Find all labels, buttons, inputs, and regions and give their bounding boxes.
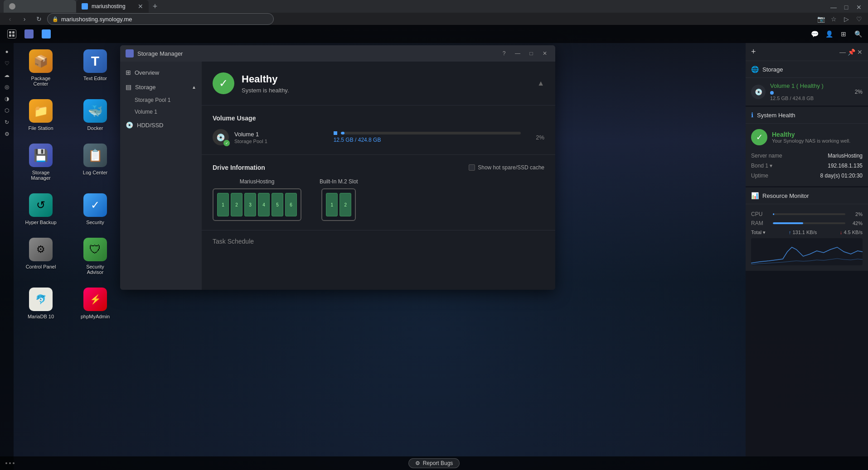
sidebar-apps-icon[interactable]: ● — [2, 47, 12, 57]
desktop-icon-package-center[interactable]: 📦 PackageCenter — [18, 48, 63, 88]
back-button[interactable]: ‹ — [4, 13, 16, 25]
desktop-icon-control-panel[interactable]: ⚙ Control Panel — [18, 236, 63, 277]
upload-value: ↑ 131.1 KB/s — [789, 230, 817, 235]
task-schedule-section: Task Schedule — [202, 230, 555, 252]
desktop-icon-security-advisor[interactable]: 🛡 SecurityAdvisor — [73, 236, 118, 277]
sidebar-heart-icon[interactable]: ♡ — [2, 58, 12, 68]
drive-slot-m2-2: 2 — [339, 193, 351, 216]
volume-used: 12.5 GB — [334, 137, 354, 143]
hot-spare-checkbox[interactable] — [469, 164, 475, 171]
taskbar-window1-button[interactable] — [21, 27, 37, 41]
security-advisor-label: SecurityAdvisor — [86, 264, 104, 275]
window-close-button[interactable]: ✕ — [540, 48, 550, 58]
sidebar-circle-icon[interactable]: ◎ — [2, 82, 12, 92]
cpu-label: CPU — [751, 211, 769, 217]
tab-title: mariushosting — [92, 3, 134, 10]
uptime-row: Uptime 8 day(s) 01:20:30 — [751, 171, 863, 181]
user-icon[interactable]: 👤 — [823, 28, 835, 40]
volume-slash: / — [355, 137, 358, 143]
hot-spare-text: Show hot spare/SSD cache — [478, 164, 544, 171]
desktop-icon-storage-manager[interactable]: 💾 StorageManager — [18, 142, 63, 182]
desktop-icon-phpmyadmin[interactable]: ⚡ phpMyAdmin — [73, 286, 118, 321]
reload-button[interactable]: ↻ — [33, 13, 45, 25]
system-health-label: Healthy — [772, 131, 850, 138]
window-minimize-button[interactable]: — — [513, 48, 523, 58]
cast-icon[interactable]: ▷ — [841, 14, 852, 24]
chat-icon[interactable]: 💬 — [808, 28, 821, 40]
desktop-icon-btn[interactable]: ⊞ — [837, 28, 850, 40]
desktop-icon-file-station[interactable]: 📁 File Station — [18, 97, 63, 133]
desktop-icon-log-center[interactable]: 📋 Log Center — [73, 142, 118, 182]
tab-close-button[interactable]: ✕ — [138, 3, 143, 10]
tab-active[interactable]: mariushosting ✕ — [76, 0, 149, 13]
drive-slot-6: 6 — [285, 193, 297, 216]
desktop-icon-security[interactable]: ✓ Security — [73, 192, 118, 227]
docker-label: Docker — [87, 125, 103, 131]
window-restore-button[interactable]: □ — [526, 48, 536, 58]
hot-spare-label: Show hot spare/SSD cache — [469, 164, 544, 171]
add-panel-button[interactable]: + — [751, 47, 756, 57]
system-health-header: ℹ System Health — [746, 107, 868, 124]
sidebar-refresh-icon[interactable]: ↻ — [2, 117, 12, 127]
new-tab-button[interactable]: + — [149, 0, 161, 13]
nav-storage-pool[interactable]: Storage Pool 1 — [120, 94, 202, 106]
address-text: mariushosting.synology.me — [61, 16, 132, 23]
taskbar-grid-button[interactable] — [4, 27, 20, 41]
desktop-icon-hyper-backup[interactable]: ↺ Hyper Backup — [18, 192, 63, 227]
nav-volume[interactable]: Volume 1 — [120, 106, 202, 118]
phpmyadmin-icon: ⚡ — [83, 288, 107, 311]
sidebar-gear-icon[interactable]: ⚙ — [2, 129, 12, 139]
volume-bar-container: 12.5 GB / 424.8 GB — [334, 131, 521, 143]
report-bugs-button[interactable]: ⚙ Report Bugs — [408, 458, 460, 468]
nav-storage[interactable]: ▤ Storage ▲ — [120, 80, 202, 94]
ram-bar-container — [773, 222, 845, 224]
heart-icon[interactable]: ♡ — [853, 14, 864, 24]
drive-slot-4: 4 — [258, 193, 270, 216]
desktop-icon-mariadb[interactable]: 🐬 MariaDB 10 — [18, 286, 63, 321]
storage-card-info: Volume 1 ( Healthy ) 12.5 GB / 424.8 GB — [770, 82, 850, 101]
nav-hdd-ssd[interactable]: 💿 HDD/SSD — [120, 118, 202, 132]
file-station-icon: 📁 — [29, 99, 53, 123]
panel-pin-button[interactable]: 📌 — [848, 48, 855, 56]
search-icon[interactable]: 🔍 — [852, 28, 864, 40]
desktop-icon-docker[interactable]: 🐳 Docker — [73, 97, 118, 133]
window-controls: — □ ✕ — [828, 2, 864, 13]
window1-icon — [24, 29, 34, 38]
storage-card-name: Volume 1 ( Healthy ) — [770, 82, 850, 89]
desktop-icon-text-editor[interactable]: T Text Editor — [73, 48, 118, 88]
forward-button[interactable]: › — [18, 13, 31, 25]
bookmark-icon[interactable]: ☆ — [828, 14, 839, 24]
uptime-label: Uptime — [751, 173, 768, 179]
window-body: ⊞ Overview ▤ Storage ▲ Storage Pool 1 Vo… — [120, 62, 555, 290]
sidebar-hex-icon[interactable]: ⬡ — [2, 106, 12, 115]
volume-name-text: Volume 1 — [770, 82, 795, 89]
address-input[interactable]: 🔒 mariushosting.synology.me — [47, 13, 274, 25]
mariadb-label: MariaDB 10 — [28, 314, 54, 319]
left-sidebar: ● ♡ ☁ ◎ ◑ ⬡ ↻ ⚙ — [0, 43, 14, 470]
sidebar-cloud-icon[interactable]: ☁ — [2, 70, 12, 80]
log-center-label: Log Center — [83, 170, 107, 175]
system-health-icon: ℹ — [751, 111, 753, 119]
package-center-label: PackageCenter — [31, 76, 51, 86]
ram-label: RAM — [751, 220, 769, 226]
total-label: Total ▾ — [751, 230, 766, 235]
taskbar-window2-button[interactable] — [38, 27, 54, 41]
health-check-icon: ✓ — [213, 72, 234, 94]
tab-inactive[interactable] — [4, 0, 76, 13]
minimize-button[interactable]: — — [828, 2, 839, 13]
window-help-button[interactable]: ? — [499, 48, 509, 58]
nav-overview[interactable]: ⊞ Overview — [120, 65, 202, 80]
panel-close-button[interactable]: ✕ — [857, 48, 863, 56]
volume-bar-dot — [334, 131, 337, 135]
close-button[interactable]: ✕ — [853, 2, 864, 13]
screenshot-icon[interactable]: 📷 — [815, 14, 826, 24]
task-schedule-label: Task Schedule — [213, 238, 254, 245]
resource-total: Total ▾ ↑ 131.1 KB/s ↓ 4.5 KB/s — [751, 230, 863, 235]
sidebar-half-icon[interactable]: ◑ — [2, 94, 12, 104]
scroll-up-button[interactable]: ▲ — [537, 79, 544, 87]
drive-chassis-2: 1 2 — [321, 188, 356, 221]
drive-slot-5: 5 — [272, 193, 283, 216]
maximize-button[interactable]: □ — [841, 2, 852, 13]
phpmyadmin-label: phpMyAdmin — [81, 314, 110, 319]
panel-minimize-button[interactable]: — — [839, 48, 846, 56]
